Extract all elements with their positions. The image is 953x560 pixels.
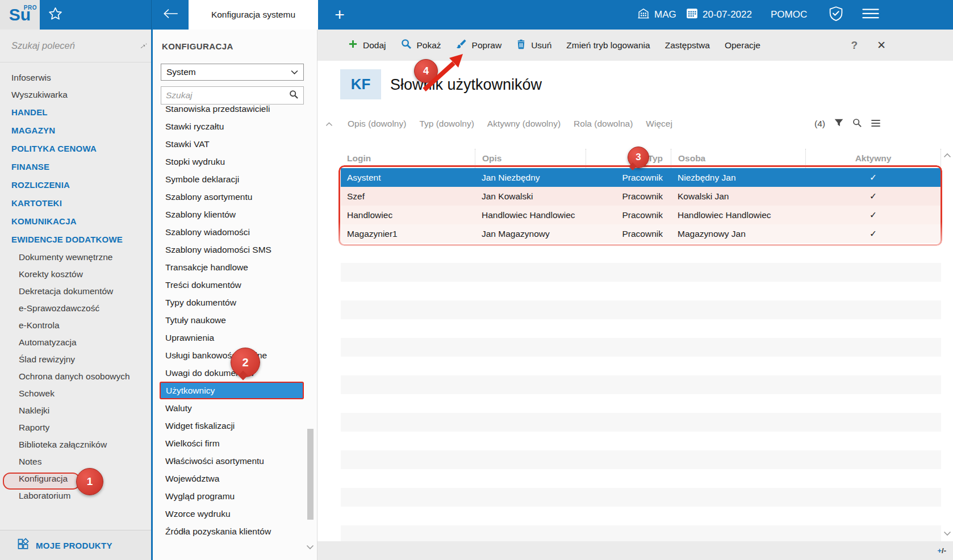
filter-collapse-icon[interactable] (325, 122, 333, 127)
sidebar-item-handel[interactable]: HANDEL (0, 103, 151, 122)
column-header-osoba[interactable]: Osoba (671, 149, 805, 168)
star-icon[interactable] (48, 6, 63, 24)
sidebar-item-komunikacja[interactable]: KOMUNIKACJA (0, 212, 151, 231)
sidebar-item-notes[interactable]: Notes (0, 453, 151, 470)
config-item-szablony-klientów[interactable]: Szablony klientów (153, 206, 317, 223)
config-item-użytkownicy[interactable]: Użytkownicy (160, 382, 304, 399)
config-item-szablony-wiadomości[interactable]: Szablony wiadomości (153, 223, 317, 241)
table-scroll-down-icon[interactable] (943, 528, 951, 538)
config-item-waluty[interactable]: Waluty (153, 399, 317, 417)
config-scroll-down-icon[interactable] (306, 542, 314, 552)
toolbar-button-usuń[interactable]: Usuń (513, 39, 555, 52)
toolbar-button-popraw[interactable]: Popraw (453, 39, 505, 52)
help-menu[interactable]: POMOC (771, 0, 807, 30)
filter-aktywny-dowolny-[interactable]: Aktywny (dowolny) (487, 119, 561, 129)
sidebar-item-raporty[interactable]: Raporty (0, 419, 151, 436)
sidebar-item-magazyn[interactable]: MAGAZYN (0, 122, 151, 140)
config-item-usługi-bankowości-on-line[interactable]: Usługi bankowości on-line (153, 346, 317, 364)
pin-icon[interactable] (138, 40, 148, 52)
security-button[interactable] (828, 0, 844, 30)
config-search-input[interactable] (166, 90, 289, 101)
config-item-tytuły-naukowe[interactable]: Tytuły naukowe (153, 311, 317, 329)
config-item-wielkości-firm[interactable]: Wielkości firm (153, 434, 317, 452)
filter-funnel-icon[interactable] (834, 119, 843, 129)
sidebar-item-schowek[interactable]: Schowek (0, 385, 151, 402)
toolbar-button-pokaż[interactable]: Pokaż (398, 39, 445, 52)
back-button[interactable] (152, 0, 189, 30)
sidebar-item-dokumenty-wewnętrzne[interactable]: Dokumenty wewnętrzne (0, 249, 151, 266)
sidebar-item-automatyzacja[interactable]: Automatyzacja (0, 334, 151, 351)
tab-konfiguracja-systemu[interactable]: Konfiguracja systemu (189, 0, 318, 30)
column-header-typ[interactable]: Typ (586, 149, 671, 168)
new-tab-button[interactable]: + (318, 0, 361, 30)
column-header-aktywny[interactable]: Aktywny (805, 149, 941, 168)
sidebar-item-dekretacja-dokumentów[interactable]: Dekretacja dokumentów (0, 283, 151, 300)
config-item-szablony-wiadomości-sms[interactable]: Szablony wiadomości SMS (153, 241, 317, 258)
config-item-stanowiska-przedstawicieli[interactable]: Stanowiska przedstawicieli (153, 106, 317, 118)
sidebar-footer-my-products[interactable]: MOJE PRODUKTY (0, 530, 151, 560)
config-item-właściwości-asortymentu[interactable]: Właściwości asortymentu (153, 452, 317, 470)
table-row-handlowiec[interactable]: HandlowiecHandlowiec HandlowiecPracownik… (341, 206, 941, 224)
config-item-stawki-vat[interactable]: Stawki VAT (153, 135, 317, 153)
config-item-widget-fiskalizacji[interactable]: Widget fiskalizacji (153, 417, 317, 434)
zoom-control[interactable]: +/- (937, 546, 946, 555)
sidebar-item-ochrona-danych-osobowych[interactable]: Ochrona danych osobowych (0, 368, 151, 385)
config-item-typy-dokumentów[interactable]: Typy dokumentów (153, 294, 317, 311)
column-header-login[interactable]: Login (341, 149, 475, 168)
toolbar-button-zmień-tryb-logowania[interactable]: Zmień tryb logowania (563, 40, 653, 51)
sidebar-item-korekty-kosztów[interactable]: Korekty kosztów (0, 266, 151, 283)
toolbar-button-zastępstwa[interactable]: Zastępstwa (662, 40, 713, 51)
filter-typ-dowolny-[interactable]: Typ (dowolny) (419, 119, 474, 129)
config-scrollbar-thumb[interactable] (307, 429, 314, 520)
column-header-opis[interactable]: Opis (475, 149, 586, 168)
sidebar-search[interactable] (0, 30, 151, 62)
table-search-icon[interactable] (852, 118, 862, 130)
help-icon[interactable]: ? (851, 39, 858, 52)
sidebar-item-wyszukiwarka[interactable]: Wyszukiwarka (0, 86, 151, 103)
config-search[interactable] (161, 86, 304, 105)
config-item-transakcje-handlowe[interactable]: Transakcje handlowe (153, 258, 317, 276)
category-select[interactable]: System (161, 64, 304, 81)
config-item-szablony-asortymentu[interactable]: Szablony asortymentu (153, 188, 317, 206)
sidebar-item-e-kontrola[interactable]: e-Kontrola (0, 317, 151, 334)
config-item-wygląd-programu[interactable]: Wygląd programu (153, 487, 317, 505)
sidebar-item-laboratorium[interactable]: Laboratorium (0, 487, 151, 504)
sidebar-search-input[interactable] (11, 40, 138, 51)
sidebar-item-kartoteki[interactable]: KARTOTEKI (0, 194, 151, 212)
config-item-treści-dokumentów[interactable]: Treści dokumentów (153, 276, 317, 294)
search-icon[interactable] (289, 90, 299, 102)
config-item-uwagi-do-dokumentów[interactable]: Uwagi do dokumentów (153, 364, 317, 382)
filter-rola-dowolna-[interactable]: Rola (dowolna) (574, 119, 633, 129)
company-button[interactable]: MAG (637, 0, 676, 30)
sidebar-item-rozliczenia[interactable]: ROZLICZENIA (0, 176, 151, 194)
favorites-bar[interactable] (40, 0, 151, 30)
filter-opis-dowolny-[interactable]: Opis (dowolny) (348, 119, 406, 129)
sidebar-item-e-sprawozdawczość[interactable]: e-Sprawozdawczość (0, 300, 151, 317)
sidebar-item-finanse[interactable]: FINANSE (0, 158, 151, 176)
config-item-symbole-deklaracji[interactable]: Symbole deklaracji (153, 170, 317, 188)
date-button[interactable]: 20-07-2022 (686, 0, 752, 30)
sidebar-item-polityka-cenowa[interactable]: POLITYKA CENOWA (0, 140, 151, 158)
table-row-asystent[interactable]: AsystentJan NiezbędnyPracownikNiezbędny … (341, 168, 941, 187)
config-item-uprawnienia[interactable]: Uprawnienia (153, 329, 317, 346)
sidebar-item-biblioteka-załączników[interactable]: Biblioteka załączników (0, 436, 151, 453)
config-item-stopki-wydruku[interactable]: Stopki wydruku (153, 153, 317, 170)
toolbar-button-dodaj[interactable]: Dodaj (345, 39, 390, 51)
sidebar-item-ślad-rewizyjny[interactable]: Ślad rewizyjny (0, 351, 151, 368)
config-item-stawki-ryczałtu[interactable]: Stawki ryczałtu (153, 118, 317, 135)
close-icon[interactable]: ✕ (877, 39, 886, 52)
main-menu-button[interactable] (862, 0, 879, 30)
config-item-województwa[interactable]: Województwa (153, 470, 317, 487)
list-options-icon[interactable] (871, 119, 880, 129)
config-item-wzorce-wydruku[interactable]: Wzorce wydruku (153, 505, 317, 523)
sidebar-item-naklejki[interactable]: Naklejki (0, 402, 151, 419)
table-row-magazynier1[interactable]: Magazynier1Jan MagazynowyPracownikMagazy… (341, 224, 941, 243)
sidebar-item-infoserwis[interactable]: Infoserwis (0, 69, 151, 86)
config-item-źródła-pozyskania-klientów[interactable]: Źródła pozyskania klientów (153, 523, 317, 540)
table-scroll-up-icon[interactable] (943, 150, 951, 160)
sidebar-item-ewidencje-dodatkowe[interactable]: EWIDENCJE DODATKOWE (0, 231, 151, 249)
toolbar-button-operacje[interactable]: Operacje (721, 40, 764, 51)
sidebar-item-konfiguracja[interactable]: Konfiguracja (0, 470, 151, 487)
filter-więcej[interactable]: Więcej (646, 119, 672, 129)
table-row-szef[interactable]: SzefJan KowalskiPracownikKowalski Jan✓ (341, 187, 941, 206)
